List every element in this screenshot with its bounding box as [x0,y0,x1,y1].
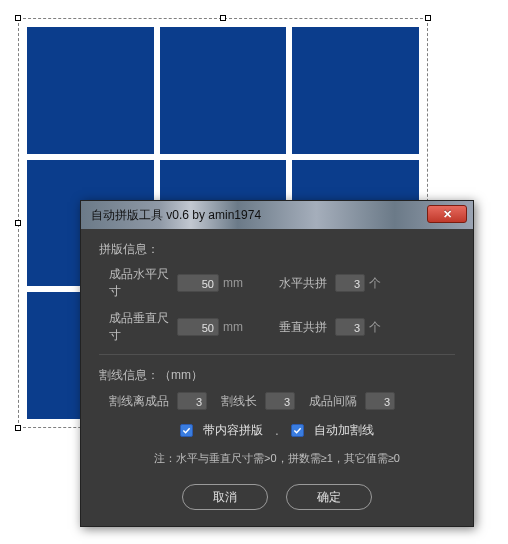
unit-mm: mm [223,276,245,290]
unit-ge: 个 [369,275,391,292]
selection-handle[interactable] [15,220,21,226]
input-v-size[interactable]: 50 [177,318,219,336]
label-v-count: 垂直共拼 [279,319,327,336]
button-row: 取消 确定 [99,484,455,510]
label-cut-offset: 割线离成品 [109,393,169,410]
label-h-size: 成品水平尺寸 [99,266,177,300]
titlebar[interactable]: 自动拼版工具 v0.6 by amin1974 ✕ [81,201,473,229]
checkbox-with-content[interactable] [180,424,193,437]
dialog-title: 自动拼版工具 v0.6 by amin1974 [91,207,261,224]
label-chk-content: 带内容拼版 [203,422,263,439]
row-v-size: 成品垂直尺寸 50 mm 垂直共拼 3 个 [99,310,455,344]
section-title-cut: 割线信息：（mm） [99,367,455,384]
section-title-layout: 拼版信息： [99,241,455,258]
selection-handle[interactable] [15,425,21,431]
selection-handle[interactable] [220,15,226,21]
input-h-size[interactable]: 50 [177,274,219,292]
separator-dot: . [273,424,280,438]
cancel-button[interactable]: 取消 [182,484,268,510]
label-chk-cutline: 自动加割线 [314,422,374,439]
dialog-body: 拼版信息： 成品水平尺寸 50 mm 水平共拼 3 个 成品垂直尺寸 50 mm… [81,229,473,526]
label-gap: 成品间隔 [309,393,357,410]
close-button[interactable]: ✕ [427,205,467,223]
label-h-count: 水平共拼 [279,275,327,292]
tile [27,27,154,154]
check-icon [182,426,191,435]
input-v-count[interactable]: 3 [335,318,365,336]
check-icon [293,426,302,435]
label-v-size: 成品垂直尺寸 [99,310,177,344]
row-h-size: 成品水平尺寸 50 mm 水平共拼 3 个 [99,266,455,300]
selection-handle[interactable] [425,15,431,21]
row-checkboxes: 带内容拼版 . 自动加割线 [99,422,455,439]
tile [292,27,419,154]
input-cut-len[interactable]: 3 [265,392,295,410]
selection-handle[interactable] [15,15,21,21]
note-text: 注：水平与垂直尺寸需>0，拼数需≥1，其它值需≥0 [99,451,455,466]
input-gap[interactable]: 3 [365,392,395,410]
close-icon: ✕ [443,208,452,221]
dialog-auto-layout: 自动拼版工具 v0.6 by amin1974 ✕ 拼版信息： 成品水平尺寸 5… [80,200,474,527]
checkbox-auto-cutline[interactable] [291,424,304,437]
unit-mm: mm [223,320,245,334]
unit-ge: 个 [369,319,391,336]
input-cut-offset[interactable]: 3 [177,392,207,410]
divider [99,354,455,355]
input-h-count[interactable]: 3 [335,274,365,292]
tile [160,27,287,154]
label-cut-len: 割线长 [221,393,257,410]
ok-button[interactable]: 确定 [286,484,372,510]
row-cutline: 割线离成品 3 割线长 3 成品间隔 3 [99,392,455,410]
